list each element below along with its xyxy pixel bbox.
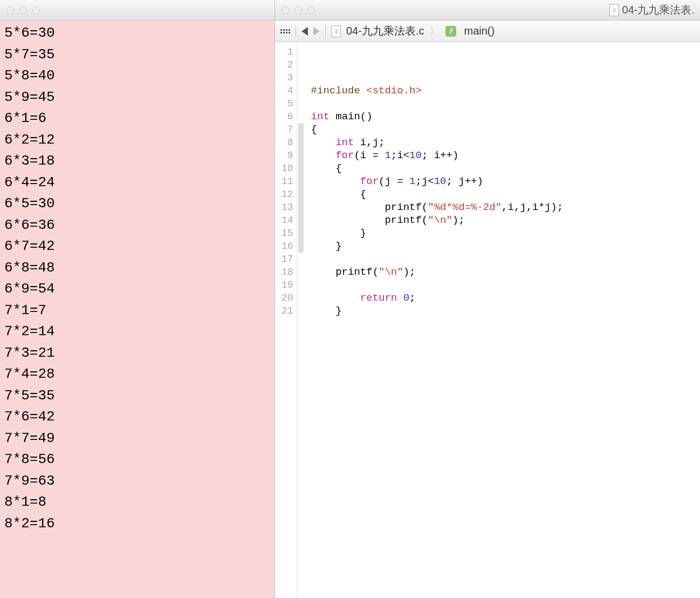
- line-number[interactable]: 9: [282, 149, 293, 162]
- code-line: int main(): [311, 110, 696, 123]
- terminal-line: 5*6=30: [4, 23, 270, 44]
- terminal-line: 8*2=16: [4, 513, 270, 535]
- terminal-line: 6*8=48: [4, 257, 270, 279]
- function-icon: f: [445, 26, 456, 37]
- code-line: return 0;: [311, 291, 696, 304]
- line-number[interactable]: 7: [282, 123, 293, 136]
- terminal-line: 7*6=42: [4, 406, 270, 428]
- chevron-right-icon: 〉: [429, 24, 440, 38]
- close-icon[interactable]: [282, 6, 289, 14]
- line-number[interactable]: 21: [282, 304, 293, 317]
- terminal-line: 5*9=45: [4, 87, 270, 108]
- terminal-line: 7*8=56: [4, 449, 270, 471]
- line-number[interactable]: 13: [282, 201, 293, 214]
- breadcrumb-function[interactable]: main(): [464, 25, 495, 37]
- line-number[interactable]: 8: [282, 136, 293, 149]
- code-line: printf("%d*%d=%-2d",i,j,i*j);: [311, 201, 696, 214]
- code-line: int i,j;: [311, 136, 696, 149]
- code-editor[interactable]: 123456789101112131415161718192021 #inclu…: [275, 42, 700, 598]
- code-line: [311, 278, 696, 291]
- divider: [325, 25, 326, 37]
- line-number[interactable]: 15: [282, 227, 293, 240]
- minimize-icon[interactable]: [294, 6, 302, 14]
- nav-forward-icon[interactable]: [313, 27, 320, 36]
- breadcrumb-file[interactable]: 04-九九乘法表.c: [346, 24, 424, 38]
- line-number[interactable]: 4: [282, 84, 293, 97]
- terminal-line: 7*7=49: [4, 428, 270, 450]
- code-line: [311, 71, 696, 84]
- divider: [296, 25, 296, 37]
- fold-marker[interactable]: [298, 162, 304, 240]
- line-number[interactable]: 6: [282, 110, 293, 123]
- line-number[interactable]: 17: [282, 253, 293, 266]
- terminal-line: 7*1=7: [4, 300, 270, 322]
- terminal-line: 6*3=18: [4, 151, 270, 172]
- line-number-gutter[interactable]: 123456789101112131415161718192021: [275, 42, 297, 598]
- terminal-window: 5*6=305*7=355*8=405*9=456*1=66*2=126*3=1…: [0, 0, 275, 598]
- zoom-icon[interactable]: [307, 6, 315, 14]
- related-items-icon[interactable]: [280, 29, 290, 33]
- terminal-line: 6*5=30: [4, 193, 270, 215]
- code-line: [311, 253, 696, 266]
- code-line: [311, 58, 696, 71]
- code-line: {: [311, 123, 696, 136]
- code-line: for(j = 1;j<10; j++): [311, 175, 696, 188]
- line-number[interactable]: 11: [282, 175, 293, 188]
- code-line: {: [311, 188, 696, 201]
- line-number[interactable]: 20: [282, 291, 293, 304]
- code-line: printf("\n");: [311, 214, 696, 227]
- terminal-titlebar[interactable]: [0, 0, 274, 21]
- c-file-icon: .c: [609, 4, 619, 16]
- line-number[interactable]: 12: [282, 188, 293, 201]
- line-number[interactable]: 5: [282, 97, 293, 110]
- code-line: [311, 97, 696, 110]
- line-number[interactable]: 1: [282, 45, 293, 58]
- line-number[interactable]: 3: [282, 71, 293, 84]
- terminal-line: 6*2=12: [4, 130, 270, 151]
- editor-window: .c 04-九九乘法表. .c 04-九九乘法表.c 〉 f main() 12…: [275, 0, 700, 598]
- code-line: printf("\n");: [311, 266, 696, 278]
- terminal-line: 7*4=28: [4, 364, 270, 385]
- line-number[interactable]: 14: [282, 214, 293, 227]
- c-file-icon: .c: [331, 25, 341, 37]
- fold-ribbon[interactable]: [297, 42, 305, 598]
- code-line: for(i = 1;i<10; i++): [311, 149, 696, 162]
- terminal-line: 7*5=35: [4, 385, 270, 407]
- code-line: }: [311, 227, 696, 240]
- line-number[interactable]: 19: [282, 278, 293, 291]
- window-title-text: 04-九九乘法表.: [622, 3, 695, 17]
- terminal-line: 6*1=6: [4, 108, 270, 130]
- zoom-icon[interactable]: [32, 6, 40, 14]
- terminal-line: 7*3=21: [4, 343, 270, 364]
- terminal-line: 5*8=40: [4, 65, 270, 87]
- editor-titlebar[interactable]: .c 04-九九乘法表.: [275, 0, 700, 21]
- terminal-line: 5*7=35: [4, 44, 270, 66]
- terminal-line: 7*2=14: [4, 321, 270, 343]
- code-line: [311, 45, 696, 58]
- nav-back-icon[interactable]: [301, 27, 308, 36]
- close-icon[interactable]: [6, 6, 14, 14]
- terminal-line: 6*9=54: [4, 278, 270, 300]
- code-line: {: [311, 162, 696, 175]
- minimize-icon[interactable]: [19, 6, 27, 14]
- line-number[interactable]: 2: [282, 58, 293, 71]
- code-line: #include <stdio.h>: [311, 84, 696, 97]
- terminal-line: 7*9=63: [4, 471, 270, 492]
- line-number[interactable]: 18: [282, 266, 293, 278]
- breadcrumb-bar: .c 04-九九乘法表.c 〉 f main(): [275, 21, 700, 42]
- source-code[interactable]: #include <stdio.h> int main(){ int i,j; …: [305, 42, 700, 598]
- code-line: }: [311, 240, 696, 253]
- terminal-line: 6*6=36: [4, 215, 270, 236]
- window-title: .c 04-九九乘法表.: [320, 3, 700, 17]
- terminal-output[interactable]: 5*6=305*7=355*8=405*9=456*1=66*2=126*3=1…: [0, 21, 274, 598]
- terminal-line: 6*7=42: [4, 236, 270, 257]
- terminal-line: 6*4=24: [4, 172, 270, 194]
- line-number[interactable]: 10: [282, 162, 293, 175]
- terminal-line: 8*1=8: [4, 492, 270, 513]
- line-number[interactable]: 16: [282, 240, 293, 253]
- code-line: }: [311, 304, 696, 317]
